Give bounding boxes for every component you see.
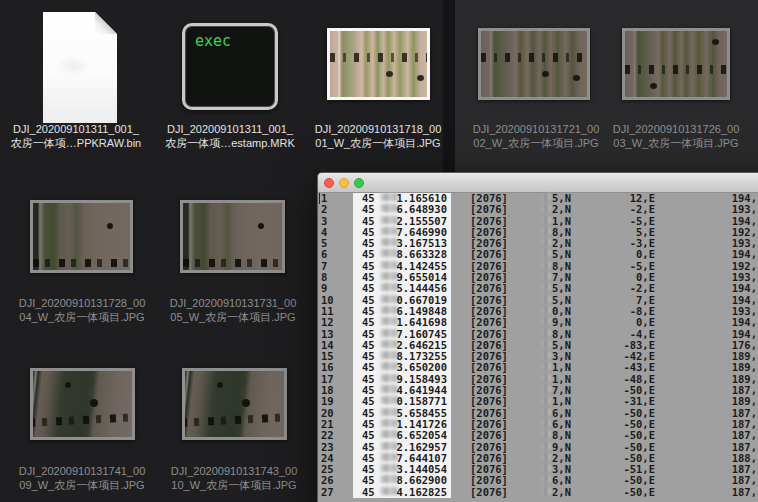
data-row: 19450.158771[2076]1,N-31,E189, <box>318 396 758 407</box>
gps-week: [2076] <box>470 396 508 407</box>
file-name-line1: DJI_20200910131731_00 <box>158 297 308 311</box>
east-offset: -2,E <box>571 283 655 294</box>
text-content[interactable]: 1451.165610[2076]5,N12,E194,2456.648930[… <box>318 193 758 502</box>
photo-thumbnail[interactable] <box>622 28 730 100</box>
east-offset: 0,E <box>571 317 655 328</box>
timestamp-seconds: 5.144456 <box>396 283 447 294</box>
line-number: 27 <box>321 487 334 498</box>
file-name-line1: DJI_202009101311_001_ <box>155 123 305 137</box>
vertical-offset: 187, <box>655 430 757 441</box>
document-icon[interactable] <box>43 12 117 123</box>
data-row: 20455.658455[2076]6,N-50,E187, <box>318 408 758 419</box>
thumbnail-image <box>481 31 587 97</box>
file-name-line1: DJI_20200910131726_00 <box>601 123 751 137</box>
line-number: 19 <box>321 396 334 407</box>
file-name-line1: DJI_20200910131743_00 <box>159 465 309 479</box>
data-row: 9455.144456[2076]5,N-2,E194, <box>318 283 758 294</box>
redacted-digit <box>542 362 551 370</box>
file-name-line2: 04_W_农房一体项目.JPG <box>7 311 157 325</box>
minimize-button[interactable] <box>339 178 349 188</box>
data-row: 23452.162957[2076]9,N-50,E187, <box>318 442 758 453</box>
vertical-offset: 187, <box>655 487 757 498</box>
line-number: 9 <box>321 283 327 294</box>
file-name-label[interactable]: DJI_20200910131718_00 01_W_农房一体项目.JPG <box>303 123 453 150</box>
vertical-offset: 189, <box>655 396 757 407</box>
redacted-digit <box>542 487 551 495</box>
redacted-digit <box>542 475 551 483</box>
file-name-line2: 05_W_农房一体项目.JPG <box>158 311 308 325</box>
east-offset: -50,E <box>571 430 655 441</box>
east-offset: -31,E <box>571 396 655 407</box>
file-name-line1: DJI_202009101311_001_ <box>1 123 151 137</box>
line-number: 12 <box>321 317 334 328</box>
photo-thumbnail[interactable] <box>30 200 133 273</box>
file-name-label[interactable]: DJI_20200910131741_00 09_W_农房一体项目.JPG <box>7 465 157 492</box>
gps-week: [2076] <box>470 317 508 328</box>
photo-thumbnail[interactable] <box>30 368 135 440</box>
thumbnail-image <box>625 31 727 97</box>
data-row: 16453.650200[2076]1,N-43,E189, <box>318 362 758 373</box>
close-button[interactable] <box>324 178 334 188</box>
file-name-label[interactable]: DJI_20200910131743_00 10_W_农房一体项目.JPG <box>159 465 309 492</box>
thumbnail-image <box>33 371 132 437</box>
redacted-digit <box>542 351 551 359</box>
exec-icon[interactable]: exec <box>182 23 278 110</box>
data-row: 11456.149848[2076]0,N-8,E193, <box>318 306 758 317</box>
redacted-digit <box>542 216 551 224</box>
exec-label: exec <box>195 32 231 50</box>
timestamp-prefix: 45 <box>362 487 375 498</box>
file-name-line2: 09_W_农房一体项目.JPG <box>7 479 157 493</box>
data-row: 14452.646215[2076]5,N-83,E176, <box>318 340 758 351</box>
zoom-button[interactable] <box>354 178 364 188</box>
redacted-digit <box>542 204 551 212</box>
redacted-digit <box>542 329 551 337</box>
file-name-label[interactable]: DJI_20200910131726_00 03_W_农房一体项目.JPG <box>601 123 751 150</box>
file-name-line2: 农房一体项…estamp.MRK <box>155 137 305 151</box>
data-row: 17459.158493[2076]1,N-48,E189, <box>318 374 758 385</box>
photo-thumbnail[interactable] <box>478 28 590 100</box>
redacted-digit <box>542 193 551 201</box>
gps-week: [2076] <box>470 430 508 441</box>
file-name-label[interactable]: DJI_202009101311_001_ 农房一体项…estamp.MRK <box>155 123 305 150</box>
redacted-digit <box>542 317 551 325</box>
north-offset: 2,N <box>512 487 571 498</box>
photo-thumbnail[interactable] <box>182 368 287 440</box>
redacted-digit <box>542 261 551 269</box>
redacted-digit <box>542 283 551 291</box>
file-name-line2: 03_W_农房一体项目.JPG <box>601 137 751 151</box>
redacted-digit <box>542 340 551 348</box>
photo-thumbnail[interactable] <box>327 28 430 100</box>
file-name-line1: DJI_20200910131721_00 <box>461 123 611 137</box>
data-row: 15458.173255[2076]3,N-42,E189, <box>318 351 758 362</box>
highlight-strip: 450.158771 <box>353 396 451 407</box>
redacted-digit <box>542 408 551 416</box>
window-titlebar[interactable] <box>318 173 758 193</box>
highlight-strip: 455.144456 <box>353 283 451 294</box>
file-name-line2: 01_W_农房一体项目.JPG <box>303 137 453 151</box>
data-row: 12451.641698[2076]9,N0,E194, <box>318 317 758 328</box>
data-row: 1451.165610[2076]5,N12,E194, <box>318 193 758 204</box>
redacted-digit <box>542 249 551 257</box>
data-row: 22456.652054[2076]8,N-50,E187, <box>318 430 758 441</box>
file-name-label[interactable]: DJI_20200910131728_00 04_W_农房一体项目.JPG <box>7 297 157 324</box>
file-name-label[interactable]: DJI_202009101311_001_ 农房一体项…PPKRAW.bin <box>1 123 151 150</box>
data-row: 10450.667019[2076]5,N7,E194, <box>318 295 758 306</box>
data-row: 26458.662900[2076]6,N-50,E187, <box>318 475 758 486</box>
data-row: 27454.162825[2076]2,N-50,E187, <box>318 487 758 498</box>
photo-thumbnail[interactable] <box>180 200 285 273</box>
file-name-label[interactable]: DJI_20200910131721_00 02_W_农房一体项目.JPG <box>461 123 611 150</box>
gps-week: [2076] <box>470 283 508 294</box>
gps-week: [2076] <box>470 204 508 215</box>
file-name-label[interactable]: DJI_20200910131731_00 05_W_农房一体项目.JPG <box>158 297 308 324</box>
east-offset: -2,E <box>571 204 655 215</box>
thumbnail-image <box>33 203 130 270</box>
redacted-digit <box>542 385 551 393</box>
thumbnail-image <box>330 31 427 97</box>
data-row: 21451.141726[2076]6,N-50,E187, <box>318 419 758 430</box>
highlight-strip: 454.162825 <box>353 487 451 498</box>
highlight-strip: 456.652054 <box>353 430 451 441</box>
timestamp-seconds: 4.162825 <box>396 487 447 498</box>
redacted-digit <box>542 442 551 450</box>
data-row: 4457.646990[2076]8,N5,E192, <box>318 227 758 238</box>
redacted-digit <box>542 238 551 246</box>
